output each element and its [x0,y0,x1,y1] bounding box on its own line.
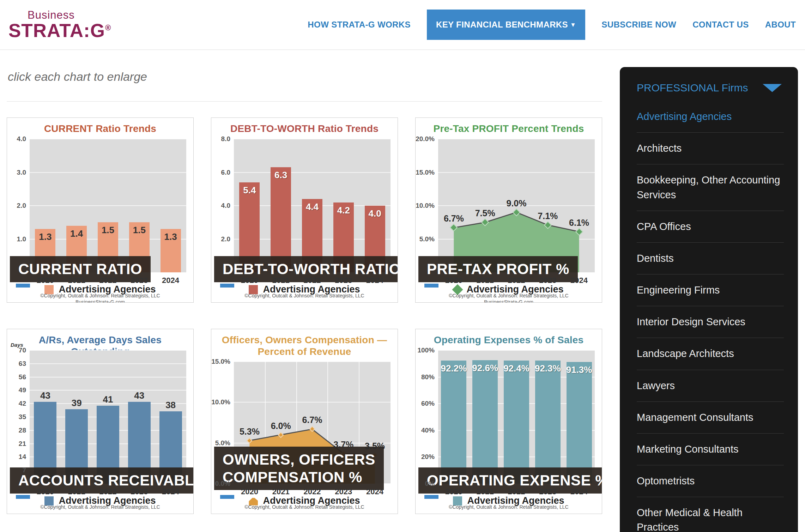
horizontal-divider [7,101,602,102]
gridline [30,172,186,173]
y-tick-label: 63 [7,360,26,368]
year-label: 2023 [532,276,563,285]
year-label: 2021 [470,487,501,496]
sidebar-item[interactable]: Management Consultants [637,401,784,433]
bar-value-label: 5.4 [234,185,265,196]
sidebar-item[interactable]: Dentists [637,242,784,274]
bar-value-label: 4.0 [359,208,391,219]
bar-value-label: 6.3 [265,170,297,181]
y-tick-label: 100% [416,346,435,354]
y-tick-label: 0.0% [211,480,230,488]
main-nav: HOW STRATA-G WORKS KEY FINANCIAL BENCHMA… [308,10,796,40]
bar-value-label: 4.4 [297,201,328,212]
year-label: 2020 [234,487,265,496]
sidebar-item[interactable]: Optometrists [637,465,784,497]
chart-card-current-ratio[interactable]: CURRENT Ratio Trends CURRENT RATIO Adver… [7,117,194,303]
y-tick-label: 6.0 [211,169,230,176]
nav-subscribe-now[interactable]: SUBSCRIBE NOW [601,20,676,30]
y-tick-label: 15.0% [211,358,230,365]
point-value-label: 3.5% [356,441,394,451]
chart-card-accounts-receivable[interactable]: A/Rs, Average Days Sales Outstanding ACC… [7,329,194,514]
y-tick-label: 28 [7,427,26,434]
year-label: 2020 [438,276,470,285]
logo-business-text: Business [28,10,111,20]
y-tick-label: 10.0% [211,398,230,406]
sidebar-list: Advertising AgenciesArchitectsBookkeepin… [637,101,784,532]
y-tick-label: 3.0 [7,169,26,176]
sidebar-item[interactable]: Marketing Consultants [637,433,784,465]
sidebar-category-toggle[interactable]: PROFESSIONAL Firms [637,82,784,101]
chart-plot-area [30,350,186,484]
year-label: 2023 [328,276,359,285]
chart-copyright: ©Copyright, Outcalt & Johnson: Retail St… [416,293,602,303]
sidebar-item[interactable]: Bookkeeping, Other Accounting Services [637,164,784,210]
gridline [30,139,186,139]
year-label: 2022 [297,487,328,496]
year-label: 2022 [297,276,328,285]
bar-value-label: 41 [92,394,124,405]
chart-copyright: ©Copyright, Outcalt & Johnson: Retail St… [7,504,193,510]
chart-title: CURRENT Ratio Trends [9,123,191,134]
y-tick-label: 14 [7,453,26,461]
gridline [30,377,186,377]
gridline [30,205,186,206]
year-label: 2024 [155,487,186,496]
chart-overlay-label: OWNERS, OFFICERSCOMPENSATION % [214,447,384,490]
point-value-label: 7.5% [466,208,504,218]
gridline [30,350,186,351]
chart-card-owners-compensation[interactable]: Officers, Owners Compensation —Percent o… [211,329,398,514]
chart-card-pretax-profit[interactable]: Pre-Tax PROFIT Percent Trends PRE-TAX PR… [415,117,602,303]
sidebar-item[interactable]: Landscape Architects [637,338,784,369]
nav-key-financial-benchmarks[interactable]: KEY FINANCIAL BENCHMARKS▼ [427,10,585,40]
year-label: 2021 [470,276,501,285]
sidebar-item[interactable]: Advertising Agencies [637,101,784,132]
bar-value-label: 1.5 [92,225,124,236]
bar-value-label: 4.2 [328,205,359,216]
click-to-enlarge-hint: click each chart to enlarge [8,70,147,84]
y-tick-label: 20.0% [416,135,435,143]
bar-value-label: 92.3% [532,363,563,374]
y-tick-label: 5.0% [211,439,230,447]
y-tick-label: 2.0 [211,235,230,243]
sidebar-item[interactable]: Engineering Firms [637,274,784,306]
year-label: 2021 [61,276,92,285]
y-tick-label: 15.0% [416,169,435,176]
bar-value-label: 92.4% [501,363,532,374]
y-tick-label: 21 [7,440,26,448]
bar-value-label: 1.3 [155,231,186,242]
bar [472,360,498,484]
logo-stratag-text: STRATA:G® [8,21,111,40]
nav-about[interactable]: ABOUT [765,20,796,30]
year-label: 2022 [92,276,124,285]
point-value-label: 6.7% [293,415,332,425]
y-tick-label: 2.0 [7,202,26,210]
site-logo[interactable]: Business STRATA:G® [8,10,111,40]
chart-title: Operating Expenses % of Sales [418,334,600,346]
chevron-down-icon: ▼ [570,22,576,28]
y-axis-unit-label: Days [11,342,23,348]
chart-title: Pre-Tax PROFIT Percent Trends [418,123,600,134]
y-tick-label: 40% [416,427,435,434]
triangle-down-icon [763,84,782,92]
nav-how-strata-g-works[interactable]: HOW STRATA-G WORKS [308,20,411,30]
year-label: 2023 [123,276,155,285]
gridline [234,172,391,173]
bar-value-label: 92.2% [438,363,470,374]
gridline [438,350,595,351]
bar [535,361,561,484]
year-label: 2021 [265,276,297,285]
sidebar-item[interactable]: Other Medical & Health Practices [637,497,784,532]
year-label: 2020 [30,276,61,285]
chart-card-operating-expense[interactable]: Operating Expenses % of Sales OPERATING … [415,329,602,514]
chart-card-debt-to-worth[interactable]: DEBT-TO-WORTH Ratio Trends DEBT-TO-WORTH… [211,117,398,303]
sidebar-item[interactable]: CPA Offices [637,211,784,242]
sidebar-item[interactable]: Interior Design Services [637,306,784,338]
registered-mark: ® [105,23,111,32]
sidebar-item[interactable]: Lawyers [637,370,784,401]
year-label: 2023 [123,487,155,496]
gridline [30,363,186,364]
y-tick-label: 4.0 [7,135,26,143]
nav-contact-us[interactable]: CONTACT US [692,20,749,30]
y-tick-label: 10.0% [416,202,435,210]
sidebar-item[interactable]: Architects [637,132,784,164]
